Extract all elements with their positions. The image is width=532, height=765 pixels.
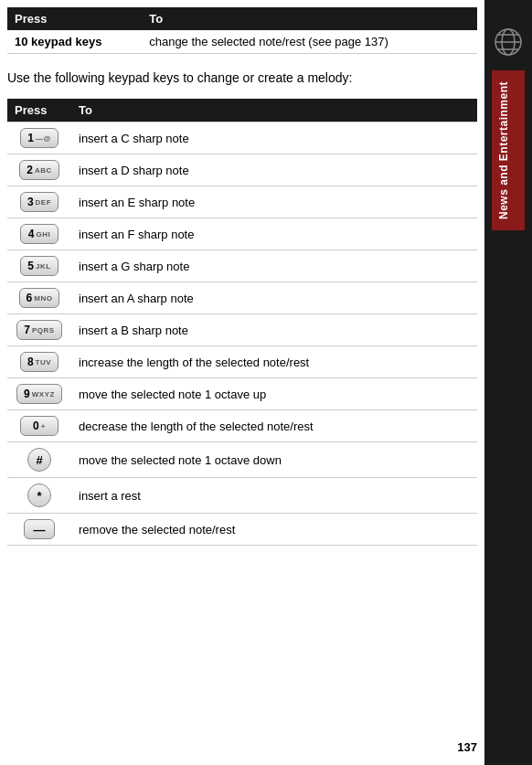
table-row: 0 +decrease the length of the selected n… [7,410,477,442]
table-row: 2 ABCinsert a D sharp note [7,154,477,186]
key-button-sym: # [27,448,51,472]
key-table-header-to: To [71,99,477,122]
key-button: 0 + [20,416,59,436]
key-description: insert a G sharp note [71,250,477,282]
key-button: 7 PQRS [16,320,61,340]
key-button: 1 —@ [20,128,59,148]
key-cell: — [7,514,71,546]
key-description: remove the selected note/rest [71,514,477,546]
key-table-header-press: Press [7,99,71,122]
intro-text: Use the following keypad keys to change … [7,69,477,88]
key-cell: 4 GHI [7,218,71,250]
top-table-header-press: Press [7,7,142,30]
key-cell: * [7,478,71,514]
key-description: insert a C sharp note [71,122,477,154]
key-cell: 8 TUV [7,346,71,378]
key-button: 6 MNO [19,288,60,308]
key-button: 2 ABC [19,160,59,180]
table-row: 1 —@insert a C sharp note [7,122,477,154]
table-row: 5 JKLinsert a G sharp note [7,250,477,282]
key-description: move the selected note 1 octave up [71,378,477,410]
key-description: insert an F sharp note [71,218,477,250]
table-row: 7 PQRSinsert a B sharp note [7,314,477,346]
key-button: 4 GHI [20,224,59,244]
table-row: —remove the selected note/rest [7,514,477,546]
top-row-to: change the selected note/rest (see page … [142,30,477,54]
key-description: decrease the length of the selected note… [71,410,477,442]
table-row: 10 keypad keys change the selected note/… [7,30,477,54]
key-button: 9 WXYZ [16,384,62,404]
page-number: 137 [457,740,477,754]
key-description: insert a rest [71,478,477,514]
key-description: insert an A sharp note [71,282,477,314]
key-description: insert a D sharp note [71,154,477,186]
table-row: 8 TUVincrease the length of the selected… [7,346,477,378]
key-cell: 1 —@ [7,122,71,154]
top-table-header-to: To [142,7,477,30]
key-button-sym: * [27,483,51,507]
top-table: Press To 10 keypad keys change the selec… [7,7,477,54]
table-row: 9 WXYZmove the selected note 1 octave up [7,378,477,410]
key-description: insert an E sharp note [71,186,477,218]
main-content: Press To 10 keypad keys change the selec… [0,0,484,573]
table-row: 3 DEFinsert an E sharp note [7,186,477,218]
key-cell: 7 PQRS [7,314,71,346]
key-description: insert a B sharp note [71,314,477,346]
table-row: *insert a rest [7,478,477,514]
table-row: 6 MNOinsert an A sharp note [7,282,477,314]
key-cell: 3 DEF [7,186,71,218]
key-button-dash: — [24,519,55,539]
key-button: 3 DEF [20,192,59,212]
globe-icon [492,26,525,61]
key-description: move the selected note 1 octave down [71,442,477,478]
key-cell: 5 JKL [7,250,71,282]
key-cell: 2 ABC [7,154,71,186]
key-button: 5 JKL [20,256,59,276]
sidebar-tab-label: News and Entertainment [492,70,525,230]
key-description: increase the length of the selected note… [71,346,477,378]
table-row: 4 GHIinsert an F sharp note [7,218,477,250]
key-button: 8 TUV [20,352,59,372]
key-cell: 0 + [7,410,71,442]
key-cell: 6 MNO [7,282,71,314]
key-cell: 9 WXYZ [7,378,71,410]
key-table: Press To 1 —@insert a C sharp note2 ABCi… [7,99,477,546]
key-cell: # [7,442,71,478]
sidebar: News and Entertainment [484,0,532,765]
table-row: #move the selected note 1 octave down [7,442,477,478]
page-wrapper: News and Entertainment Press To 10 keypa… [0,0,532,765]
top-row-press: 10 keypad keys [7,30,142,54]
